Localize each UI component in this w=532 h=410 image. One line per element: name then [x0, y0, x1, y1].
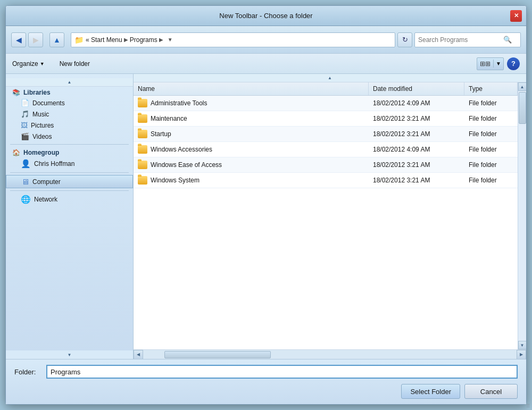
help-button[interactable]: ?	[507, 57, 520, 70]
organize-button[interactable]: Organize ▼	[12, 60, 45, 68]
file-name-cell: Startup	[134, 127, 369, 141]
libraries-label: Libraries	[23, 89, 51, 96]
file-table-inner: Name Date modified Type Administrative T…	[134, 82, 518, 188]
sidebar-down-arrow-icon: ▼	[68, 353, 72, 357]
back-button[interactable]: ◀	[11, 32, 26, 47]
view-toggle: ⊞⊞ ▼	[477, 57, 504, 70]
sidebar-item-computer[interactable]: 🖥 Computer	[6, 175, 133, 188]
computer-label: Computer	[32, 178, 61, 186]
scroll-thumb[interactable]	[519, 92, 526, 124]
breadcrumb-prefix: « Start Menu	[86, 36, 122, 44]
table-row[interactable]: Windows Accessories18/02/2012 4:09 AMFil…	[134, 142, 518, 157]
cancel-button[interactable]: Cancel	[464, 384, 518, 399]
file-list-scroll-up[interactable]: ▲	[134, 74, 526, 82]
file-name-cell: Windows Accessories	[134, 142, 369, 157]
refresh-button[interactable]: ↻	[397, 32, 412, 47]
libraries-group: 📚 Libraries 📄 Documents 🎵 Music 🖼 Pictur…	[6, 87, 133, 142]
videos-icon: 🎬	[21, 132, 29, 140]
folder-input[interactable]	[46, 365, 518, 379]
sidebar-item-user[interactable]: 👤 Chris Hoffman	[6, 157, 133, 170]
sidebar-item-libraries[interactable]: 📚 Libraries	[6, 87, 133, 97]
folder-icon	[138, 114, 147, 123]
sidebar-scroll-up[interactable]: ▲	[6, 78, 133, 87]
folder-icon	[138, 145, 147, 154]
scroll-container: Name Date modified Type Administrative T…	[134, 82, 526, 349]
col-header-name[interactable]: Name	[134, 82, 369, 95]
file-name-cell: Maintenance	[134, 111, 369, 126]
documents-label: Documents	[32, 99, 65, 107]
view-dropdown-button[interactable]: ▼	[493, 60, 503, 68]
table-row[interactable]: Startup18/02/2012 3:21 AMFile folder	[134, 127, 518, 142]
table-row[interactable]: Windows System18/02/2012 3:21 AMFile fol…	[134, 173, 518, 188]
folder-icon	[138, 130, 147, 138]
sidebar-scroll-down[interactable]: ▼	[6, 350, 133, 359]
h-scroll-thumb[interactable]	[164, 351, 271, 358]
select-folder-label: Select Folder	[410, 388, 451, 396]
sidebar-divider-1	[10, 144, 129, 145]
file-name-cell: Windows System	[134, 173, 369, 188]
file-date-cell: 18/02/2012 4:09 AM	[369, 96, 464, 111]
close-button[interactable]: ✕	[510, 10, 522, 22]
file-date-cell: 18/02/2012 3:21 AM	[369, 127, 464, 141]
file-type-cell: File folder	[464, 96, 518, 111]
organize-label: Organize	[12, 60, 38, 68]
sidebar-item-homegroup[interactable]: 🏠 Homegroup	[6, 147, 133, 157]
music-icon: 🎵	[21, 110, 29, 118]
view-icons-button[interactable]: ⊞⊞	[477, 58, 493, 70]
breadcrumb-text: « Start Menu ▶ Programs ▶	[86, 36, 163, 44]
sidebar-item-network[interactable]: 🌐 Network	[6, 193, 133, 206]
homegroup-label: Homegroup	[23, 149, 59, 156]
h-scroll-left-button[interactable]: ◀	[134, 350, 143, 359]
new-folder-button[interactable]: New folder	[55, 58, 94, 69]
table-row[interactable]: Administrative Tools18/02/2012 4:09 AMFi…	[134, 96, 518, 111]
file-name-cell: Windows Ease of Access	[134, 157, 369, 172]
file-name-cell: Administrative Tools	[134, 96, 369, 111]
sidebar-item-music[interactable]: 🎵 Music	[6, 108, 133, 120]
h-scroll-track[interactable]	[143, 350, 517, 359]
table-row[interactable]: Maintenance18/02/2012 3:21 AMFile folder	[134, 111, 518, 127]
horizontal-scrollbar[interactable]: ◀ ▶	[134, 349, 526, 359]
table-row[interactable]: Windows Ease of Access18/02/2012 3:21 AM…	[134, 157, 518, 173]
file-type-cell: File folder	[464, 173, 518, 188]
nav-toolbar: ◀ ▶ ▲ 📁 « Start Menu ▶ Programs ▶ ▼ ↻ 🔍	[6, 26, 526, 54]
file-date-cell: 18/02/2012 3:21 AM	[369, 157, 464, 172]
col-header-date[interactable]: Date modified	[369, 82, 464, 95]
folder-row: Folder:	[14, 365, 518, 379]
user-label: Chris Hoffman	[34, 160, 74, 168]
file-date-cell: 18/02/2012 4:09 AM	[369, 142, 464, 157]
bottom-area: Folder: Select Folder Cancel	[6, 359, 526, 404]
file-list-up-icon: ▲	[328, 76, 332, 80]
videos-label: Videos	[32, 133, 52, 140]
scroll-down-button[interactable]: ▼	[518, 341, 527, 349]
breadcrumb-bar[interactable]: 📁 « Start Menu ▶ Programs ▶ ▼	[71, 32, 395, 47]
forward-button[interactable]: ▶	[28, 32, 43, 47]
search-bar: 🔍	[414, 32, 521, 47]
sidebar-item-videos[interactable]: 🎬 Videos	[6, 131, 133, 142]
titlebar: New Toolbar - Choose a folder ✕	[6, 6, 526, 26]
file-name-text: Windows Ease of Access	[151, 161, 222, 169]
select-folder-button[interactable]: Select Folder	[401, 384, 460, 399]
breadcrumb-dropdown-button[interactable]: ▼	[168, 37, 173, 43]
computer-group: 🖥 Computer	[6, 175, 133, 188]
pictures-icon: 🖼	[21, 121, 28, 129]
up-button[interactable]: ▲	[49, 32, 64, 47]
file-type-cell: File folder	[464, 111, 518, 126]
buttons-row: Select Folder Cancel	[14, 384, 518, 399]
homegroup-icon: 🏠	[12, 149, 20, 156]
folder-label: Folder:	[14, 368, 41, 376]
search-icon[interactable]: 🔍	[503, 36, 512, 44]
file-list-area: ▲ Name Date modified Type Administrative…	[134, 74, 526, 359]
new-folder-label: New folder	[60, 60, 90, 68]
scroll-up-button[interactable]: ▲	[518, 82, 527, 91]
col-header-type[interactable]: Type	[464, 82, 518, 95]
breadcrumb-arrow: ▶	[159, 37, 163, 43]
vertical-scrollbar[interactable]: ▲ ▼	[518, 82, 526, 349]
sidebar-item-pictures[interactable]: 🖼 Pictures	[6, 120, 133, 131]
resize-grip[interactable]: ⠿	[526, 403, 530, 409]
sidebar-item-documents[interactable]: 📄 Documents	[6, 97, 133, 108]
content-area: ▲ 📚 Libraries 📄 Documents 🎵 Music 🖼 Pi	[6, 74, 526, 359]
h-scroll-right-button[interactable]: ▶	[517, 350, 526, 359]
homegroup-group: 🏠 Homegroup 👤 Chris Hoffman	[6, 147, 133, 170]
sidebar-up-arrow-icon: ▲	[68, 80, 72, 85]
search-input[interactable]	[418, 36, 503, 44]
